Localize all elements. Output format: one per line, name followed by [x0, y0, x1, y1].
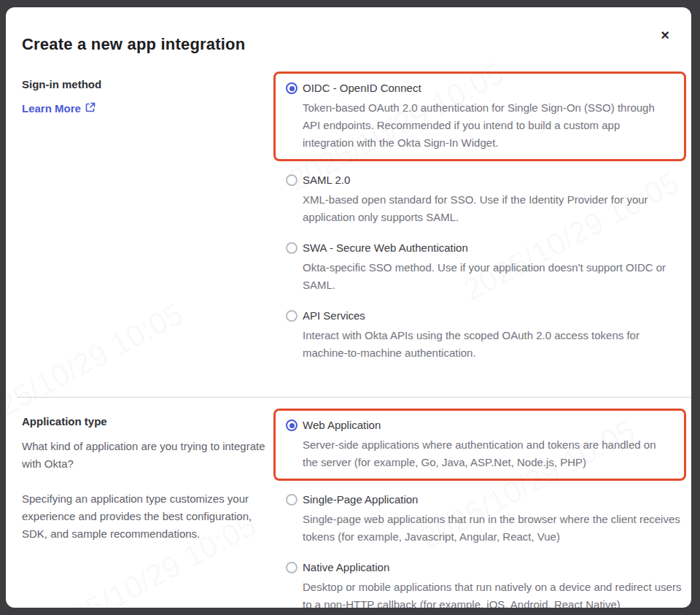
learn-more-label: Learn More [22, 102, 81, 115]
application-type-section: Application type What kind of applicatio… [6, 409, 691, 608]
option-native-application-title: Native Application [303, 560, 686, 575]
option-oidc[interactable]: OIDC - OpenID Connect Token-based OAuth … [286, 81, 674, 152]
option-swa[interactable]: SWA - Secure Web Authentication Okta-spe… [273, 241, 686, 294]
radio-web-application[interactable] [286, 419, 298, 431]
option-web-application-description: Server-side applications where authentic… [303, 436, 674, 471]
application-type-note: Specifying an application type customize… [22, 490, 266, 543]
close-icon[interactable]: × [655, 25, 675, 45]
radio-api-services[interactable] [286, 310, 298, 322]
application-type-label: Application type [22, 415, 266, 428]
option-api-services-title: API Services [303, 309, 686, 323]
application-type-left-column: Application type What kind of applicatio… [22, 409, 273, 608]
option-saml-description: XML-based open standard for SSO. Use if … [303, 191, 686, 226]
option-swa-title: SWA - Secure Web Authentication [303, 241, 686, 255]
option-web-application-title: Web Application [303, 418, 674, 433]
signin-method-section: Sign-in method Learn More OIDC - OpenID … [6, 71, 691, 376]
option-saml[interactable]: SAML 2.0 XML-based open standard for SSO… [273, 173, 686, 226]
radio-single-page-application[interactable] [286, 494, 298, 506]
option-web-application[interactable]: Web Application Server-side applications… [286, 418, 674, 471]
option-single-page-application[interactable]: Single-Page Application Single-page web … [273, 492, 686, 546]
option-native-application[interactable]: Native Application Desktop or mobile app… [273, 560, 686, 608]
section-divider [18, 397, 691, 398]
radio-saml[interactable] [286, 174, 298, 186]
highlight-box-oidc: OIDC - OpenID Connect Token-based OAuth … [273, 71, 686, 161]
signin-method-left-column: Sign-in method Learn More [22, 71, 273, 376]
radio-swa[interactable] [286, 242, 298, 254]
option-api-services-description: Interact with Okta APIs using the scoped… [303, 327, 686, 362]
external-link-icon [85, 102, 96, 115]
option-native-application-description: Desktop or mobile applications that run … [303, 579, 686, 608]
option-swa-description: Okta-specific SSO method. Use if your ap… [303, 259, 686, 294]
create-app-integration-dialog: × Create a new app integration Sign-in m… [6, 7, 691, 608]
dialog-title: Create a new app integration [22, 35, 675, 54]
signin-method-label: Sign-in method [22, 78, 266, 90]
learn-more-link[interactable]: Learn More [22, 102, 96, 115]
option-oidc-title: OIDC - OpenID Connect [303, 81, 674, 96]
option-api-services[interactable]: API Services Interact with Okta APIs usi… [273, 309, 686, 362]
highlight-box-web-application: Web Application Server-side applications… [273, 409, 686, 481]
option-single-page-application-title: Single-Page Application [303, 492, 686, 507]
option-oidc-description: Token-based OAuth 2.0 authentication for… [303, 99, 674, 152]
application-type-options: Web Application Server-side applications… [273, 409, 686, 608]
signin-method-options: OIDC - OpenID Connect Token-based OAuth … [273, 71, 686, 376]
radio-oidc[interactable] [286, 82, 298, 94]
application-type-question: What kind of application are you trying … [22, 438, 266, 473]
radio-native-application[interactable] [286, 562, 298, 573]
option-saml-title: SAML 2.0 [303, 173, 686, 187]
option-single-page-application-description: Single-page web applications that run in… [303, 511, 686, 546]
